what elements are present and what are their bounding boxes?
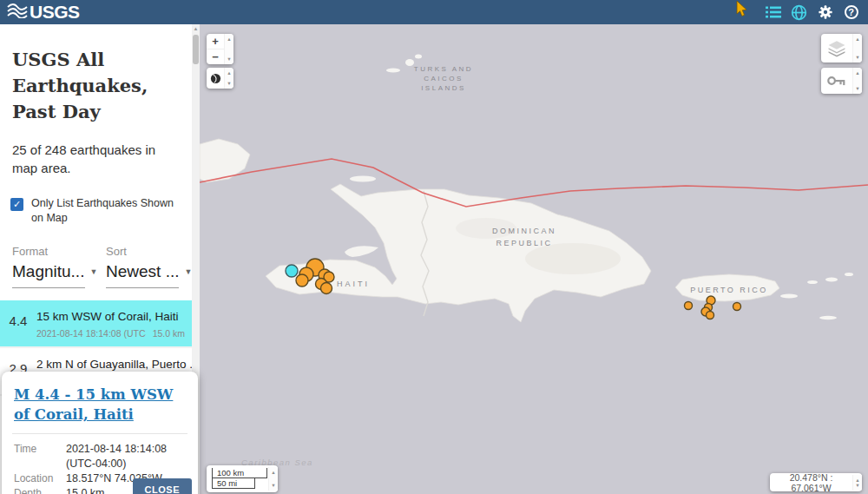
basemap-globe-control: ▲▼: [207, 68, 233, 89]
map-label-haiti: HAITI: [337, 280, 370, 288]
legend-control: ▲▼: [821, 68, 862, 94]
sort-value: Newest ...: [106, 262, 179, 281]
spin-up-icon: ▲: [271, 470, 275, 475]
earthquake-marker-selected[interactable]: [286, 265, 298, 277]
scroll-up-icon[interactable]: ▲: [192, 26, 200, 31]
spin-down-icon: ▼: [855, 55, 859, 60]
format-label: Format: [12, 245, 85, 258]
earthquake-marker[interactable]: [296, 274, 308, 287]
map-label-dominican-republic: DOMINICANREPUBLIC: [472, 225, 576, 249]
time-value: 2021-08-14 18:14:08 (UTC-04:00): [66, 442, 186, 471]
event-depth: 15.0 km: [146, 328, 185, 339]
spin-down-icon: ▼: [227, 56, 231, 62]
coordinates-value: 20.478°N : 67.061°W: [770, 473, 852, 491]
spinner[interactable]: ▲▼: [268, 467, 278, 491]
spinner[interactable]: ▲▼: [852, 68, 862, 94]
usgs-earthquakes-app: USGS: [0, 0, 868, 494]
earthquake-marker[interactable]: [707, 312, 714, 319]
spinner[interactable]: ▲▼: [224, 34, 233, 64]
spin-up-icon: ▲: [855, 70, 859, 76]
spin-down-icon: ▼: [227, 81, 231, 86]
time-label: Time: [14, 442, 66, 471]
zoom-in-button[interactable]: +: [207, 34, 224, 49]
chevron-down-icon: ▼: [89, 267, 97, 276]
earthquake-count: 25 of 248 earthquakes in map area.: [0, 125, 192, 177]
depth-label: Depth: [14, 486, 66, 494]
layers-control: ▲▼: [821, 34, 862, 63]
earthquake-marker[interactable]: [321, 283, 332, 294]
scale-mi: 50 mi: [212, 478, 255, 489]
format-select[interactable]: Magnitu... ▼: [12, 258, 85, 288]
settings-gear-icon[interactable]: [817, 4, 833, 21]
usgs-wave-icon: [7, 2, 28, 23]
zoom-control: + − ▲▼: [207, 34, 233, 64]
scale-km: 100 km: [212, 468, 267, 478]
sort-select-group: Sort Newest ... ▼: [106, 245, 179, 288]
spin-up-icon: ▲: [855, 36, 859, 42]
spinner[interactable]: ▲▼: [852, 34, 862, 63]
divider: [12, 433, 187, 434]
list-options: Format Magnitu... ▼ Sort Newest ... ▼: [0, 226, 192, 288]
event-title: 2 km N of Guayanilla, Puerto ...: [36, 358, 192, 371]
format-value: Magnitu...: [12, 262, 84, 281]
layers-button[interactable]: [821, 34, 852, 63]
only-list-shown-checkbox[interactable]: ✓ Only List Earthquakes Shown on Map: [0, 177, 192, 226]
map-label-puerto-rico: PUERTO RICO: [677, 286, 781, 294]
checkbox-checked-icon: ✓: [10, 198, 23, 211]
list-icon[interactable]: [765, 4, 781, 21]
mouse-cursor: [736, 1, 749, 22]
checkbox-label: Only List Earthquakes Shown on Map: [31, 196, 180, 226]
event-time: 2021-08-14 18:14:08 (UTC-0...: [36, 328, 146, 339]
spin-down-icon: ▼: [271, 483, 275, 488]
zoom-out-button[interactable]: −: [207, 49, 224, 64]
sort-select[interactable]: Newest ... ▼: [106, 258, 179, 288]
scale-control: 100 km 50 mi ▲▼: [207, 465, 278, 492]
close-button[interactable]: CLOSE: [133, 478, 192, 494]
dark-globe-button[interactable]: [207, 68, 224, 89]
earthquake-marker-layer: [200, 24, 868, 494]
spinner[interactable]: ▲▼: [224, 68, 233, 89]
page-title: USGS All Earthquakes, Past Day: [0, 24, 192, 125]
spin-up-icon: ▲: [227, 36, 231, 42]
location-label: Location: [14, 471, 66, 486]
spin-up-icon: ▲: [227, 70, 231, 76]
map-label-turks-caicos: TURKS ANDCAICOSISLANDS: [400, 64, 487, 93]
earthquake-marker[interactable]: [733, 303, 741, 311]
sort-label: Sort: [106, 245, 179, 258]
format-select-group: Format Magnitu... ▼: [12, 245, 85, 288]
usgs-logo-text: USGS: [30, 2, 80, 23]
map: TURKS ANDCAICOSISLANDS DOMINICANREPUBLIC…: [200, 24, 868, 494]
earthquake-marker[interactable]: [685, 302, 693, 310]
mouse-coordinates: 20.478°N : 67.061°W ▲▼: [770, 473, 862, 491]
help-icon[interactable]: ?: [843, 4, 859, 21]
spin-down-icon: ▼: [855, 483, 859, 488]
scrollbar-thumb[interactable]: [193, 35, 199, 64]
usgs-logo[interactable]: USGS: [7, 2, 80, 23]
chevron-down-icon: ▼: [184, 267, 192, 276]
earthquake-list-item-selected[interactable]: 4.4 15 km WSW of Corail, Haiti 2021-08-1…: [0, 300, 192, 348]
event-title: 15 km WSW of Corail, Haiti: [36, 310, 179, 323]
key-button[interactable]: [821, 68, 852, 94]
event-detail-link[interactable]: M 4.4 - 15 km WSW of Corail, Haiti: [14, 385, 186, 425]
spin-down-icon: ▼: [855, 86, 859, 91]
event-popup: M 4.4 - 15 km WSW of Corail, Haiti Time …: [2, 372, 198, 494]
globe-icon[interactable]: [791, 4, 807, 21]
spinner[interactable]: ▲▼: [852, 475, 862, 491]
header-icons: ?: [765, 4, 859, 21]
magnitude: 4.4: [0, 308, 36, 339]
depth-value: 15.0 km: [66, 486, 104, 494]
